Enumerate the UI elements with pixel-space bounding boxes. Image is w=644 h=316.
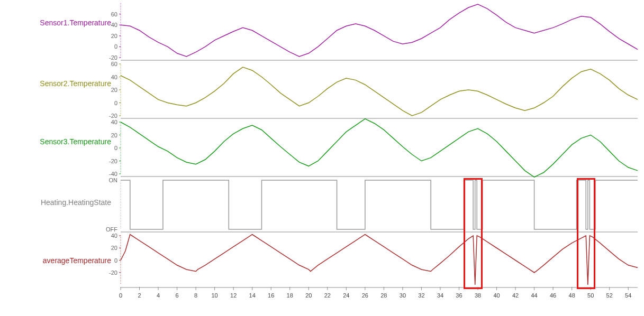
svg-text:42: 42 [512, 292, 519, 299]
svg-text:16: 16 [268, 292, 274, 299]
svg-text:8: 8 [194, 292, 197, 299]
svg-text:40: 40 [111, 119, 117, 125]
svg-text:-20: -20 [109, 113, 117, 119]
svg-text:52: 52 [606, 292, 613, 299]
svg-text:10: 10 [212, 292, 218, 299]
svg-text:ON: ON [109, 177, 118, 183]
svg-text:28: 28 [380, 292, 387, 299]
svg-text:48: 48 [569, 292, 575, 299]
svg-text:0: 0 [114, 43, 117, 50]
svg-text:40: 40 [493, 292, 500, 299]
svg-text:40: 40 [111, 74, 117, 80]
svg-text:0: 0 [119, 292, 122, 299]
svg-text:26: 26 [362, 292, 368, 299]
highlight-box-1 [464, 178, 483, 289]
svg-text:60: 60 [111, 11, 117, 17]
svg-text:6: 6 [176, 292, 179, 299]
svg-text:24: 24 [343, 292, 349, 299]
svg-text:0: 0 [114, 257, 117, 264]
svg-text:18: 18 [287, 292, 293, 299]
svg-text:22: 22 [324, 292, 331, 299]
svg-text:50: 50 [587, 292, 594, 299]
svg-text:20: 20 [305, 292, 312, 299]
svg-text:44: 44 [531, 292, 537, 299]
highlight-box-2 [577, 178, 596, 289]
svg-text:40: 40 [111, 233, 117, 239]
svg-text:40: 40 [111, 22, 117, 28]
svg-text:20: 20 [111, 245, 117, 251]
svg-text:0: 0 [114, 145, 117, 151]
svg-text:32: 32 [418, 292, 424, 299]
chart-container: Sensor1.Temperature Sensor2.Temperature … [0, 0, 644, 316]
svg-text:2: 2 [138, 292, 141, 299]
svg-text:-20: -20 [109, 54, 117, 61]
svg-text:-20: -20 [109, 158, 117, 164]
svg-text:-40: -40 [109, 171, 117, 177]
svg-text:54: 54 [625, 292, 631, 299]
svg-text:20: 20 [111, 33, 117, 39]
svg-text:0: 0 [114, 100, 117, 106]
svg-text:46: 46 [550, 292, 556, 299]
svg-text:OFF: OFF [106, 226, 117, 233]
svg-text:14: 14 [249, 292, 256, 299]
svg-text:36: 36 [456, 292, 462, 299]
svg-text:4: 4 [157, 292, 160, 299]
svg-text:38: 38 [475, 292, 481, 299]
svg-text:30: 30 [400, 292, 406, 299]
plot-area: -200204060-200204060-40-2002040OFFON-200… [0, 0, 644, 316]
svg-text:20: 20 [111, 132, 117, 138]
svg-text:60: 60 [111, 61, 117, 67]
svg-text:34: 34 [437, 292, 443, 299]
svg-text:-20: -20 [109, 269, 117, 276]
svg-text:12: 12 [230, 292, 237, 299]
svg-text:20: 20 [111, 87, 117, 93]
